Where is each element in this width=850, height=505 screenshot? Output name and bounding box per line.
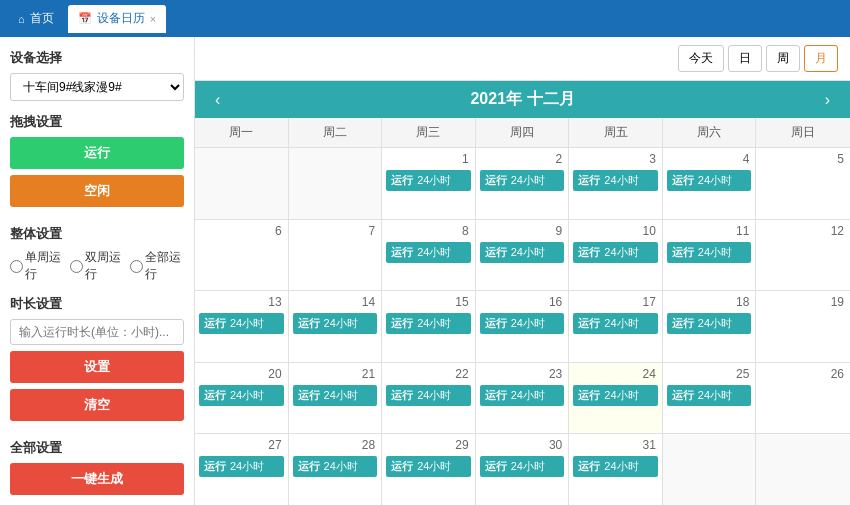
cal-event[interactable]: 运行24小时 <box>386 170 471 191</box>
cal-event[interactable]: 运行24小时 <box>573 313 658 334</box>
cal-event[interactable]: 运行24小时 <box>573 242 658 263</box>
radio-all-week[interactable]: 全部运行 <box>130 249 184 283</box>
cal-cell-0-4[interactable]: 3运行24小时 <box>569 148 663 219</box>
device-section-title: 设备选择 <box>10 49 184 67</box>
cal-day-number: 15 <box>386 293 471 311</box>
cal-day-number: 14 <box>293 293 378 311</box>
cal-event[interactable]: 运行24小时 <box>667 242 752 263</box>
cal-cell-2-0[interactable]: 13运行24小时 <box>195 291 289 362</box>
cal-cell-3-6[interactable]: 26 <box>756 363 850 434</box>
run-button[interactable]: 运行 <box>10 137 184 169</box>
event-duration: 24小时 <box>511 459 545 474</box>
cal-event[interactable]: 运行24小时 <box>386 385 471 406</box>
event-duration: 24小时 <box>511 388 545 403</box>
prev-month-button[interactable]: ‹ <box>207 91 228 109</box>
cal-event[interactable]: 运行24小时 <box>667 170 752 191</box>
cal-cell-1-2[interactable]: 8运行24小时 <box>382 220 476 291</box>
clear-button[interactable]: 清空 <box>10 389 184 421</box>
cal-cell-3-0[interactable]: 20运行24小时 <box>195 363 289 434</box>
radio-double-week[interactable]: 双周运行 <box>70 249 124 283</box>
cal-cell-3-3[interactable]: 23运行24小时 <box>476 363 570 434</box>
cal-event[interactable]: 运行24小时 <box>480 242 565 263</box>
radio-single-week[interactable]: 单周运行 <box>10 249 64 283</box>
tab-home-label: 首页 <box>30 10 54 27</box>
cal-event[interactable]: 运行24小时 <box>480 456 565 477</box>
idle-button[interactable]: 空闲 <box>10 175 184 207</box>
generate-button[interactable]: 一键生成 <box>10 463 184 495</box>
cal-cell-3-2[interactable]: 22运行24小时 <box>382 363 476 434</box>
cal-cell-4-6[interactable] <box>756 434 850 505</box>
left-panel: 设备选择 十车间9#线家漫9# 拖拽设置 运行 空闲 整体设置 单周运行 双周运… <box>0 37 195 505</box>
cal-week-row-2: 13运行24小时14运行24小时15运行24小时16运行24小时17运行24小时… <box>195 291 850 363</box>
cal-cell-2-2[interactable]: 15运行24小时 <box>382 291 476 362</box>
week-button[interactable]: 周 <box>766 45 800 72</box>
cal-cell-2-5[interactable]: 18运行24小时 <box>663 291 757 362</box>
cal-event[interactable]: 运行24小时 <box>480 385 565 406</box>
cal-cell-1-0[interactable]: 6 <box>195 220 289 291</box>
month-button[interactable]: 月 <box>804 45 838 72</box>
event-duration: 24小时 <box>511 173 545 188</box>
duration-input[interactable] <box>10 319 184 345</box>
cal-cell-0-5[interactable]: 4运行24小时 <box>663 148 757 219</box>
cal-day-number: 17 <box>573 293 658 311</box>
cal-event[interactable]: 运行24小时 <box>386 456 471 477</box>
event-duration: 24小时 <box>511 316 545 331</box>
device-section: 设备选择 十车间9#线家漫9# <box>10 49 184 101</box>
cal-day-number: 26 <box>760 365 846 383</box>
overall-section-title: 整体设置 <box>10 225 184 243</box>
cal-cell-0-2[interactable]: 1运行24小时 <box>382 148 476 219</box>
cal-event[interactable]: 运行24小时 <box>667 385 752 406</box>
cal-event[interactable]: 运行24小时 <box>293 313 378 334</box>
cal-event[interactable]: 运行24小时 <box>480 313 565 334</box>
cal-event[interactable]: 运行24小时 <box>667 313 752 334</box>
drag-section: 拖拽设置 运行 空闲 <box>10 113 184 213</box>
event-label: 运行 <box>485 245 507 260</box>
cal-cell-1-6[interactable]: 12 <box>756 220 850 291</box>
cal-cell-4-4[interactable]: 31运行24小时 <box>569 434 663 505</box>
cal-cell-0-3[interactable]: 2运行24小时 <box>476 148 570 219</box>
cal-cell-4-2[interactable]: 29运行24小时 <box>382 434 476 505</box>
tab-home[interactable]: ⌂ 首页 <box>8 5 64 33</box>
cal-cell-4-0[interactable]: 27运行24小时 <box>195 434 289 505</box>
cal-cell-4-5[interactable] <box>663 434 757 505</box>
set-button[interactable]: 设置 <box>10 351 184 383</box>
cal-cell-4-1[interactable]: 28运行24小时 <box>289 434 383 505</box>
next-month-button[interactable]: › <box>817 91 838 109</box>
cal-day-number: 4 <box>667 150 752 168</box>
tab-equipment-calendar[interactable]: 📅 设备日历 × <box>68 5 166 33</box>
tab-close-icon[interactable]: × <box>150 13 156 25</box>
cal-cell-2-4[interactable]: 17运行24小时 <box>569 291 663 362</box>
cal-cell-0-6[interactable]: 5 <box>756 148 850 219</box>
cal-cell-1-4[interactable]: 10运行24小时 <box>569 220 663 291</box>
cal-cell-4-3[interactable]: 30运行24小时 <box>476 434 570 505</box>
cal-cell-1-5[interactable]: 11运行24小时 <box>663 220 757 291</box>
cal-cell-2-1[interactable]: 14运行24小时 <box>289 291 383 362</box>
cal-event[interactable]: 运行24小时 <box>573 170 658 191</box>
cal-event[interactable]: 运行24小时 <box>199 385 284 406</box>
cal-cell-1-1[interactable]: 7 <box>289 220 383 291</box>
cal-cell-3-4[interactable]: 24运行24小时 <box>569 363 663 434</box>
cal-cell-3-5[interactable]: 25运行24小时 <box>663 363 757 434</box>
cal-week-row-0: 1运行24小时2运行24小时3运行24小时4运行24小时5 <box>195 148 850 220</box>
cal-cell-3-1[interactable]: 21运行24小时 <box>289 363 383 434</box>
cal-event[interactable]: 运行24小时 <box>293 385 378 406</box>
event-duration: 24小时 <box>604 245 638 260</box>
home-icon: ⌂ <box>18 13 25 25</box>
today-button[interactable]: 今天 <box>678 45 724 72</box>
cal-event[interactable]: 运行24小时 <box>386 242 471 263</box>
cal-event[interactable]: 运行24小时 <box>199 456 284 477</box>
cal-cell-2-6[interactable]: 19 <box>756 291 850 362</box>
cal-event[interactable]: 运行24小时 <box>199 313 284 334</box>
cal-event[interactable]: 运行24小时 <box>293 456 378 477</box>
cal-cell-1-3[interactable]: 9运行24小时 <box>476 220 570 291</box>
day-button[interactable]: 日 <box>728 45 762 72</box>
event-duration: 24小时 <box>417 459 451 474</box>
cal-event[interactable]: 运行24小时 <box>386 313 471 334</box>
cal-cell-0-1[interactable] <box>289 148 383 219</box>
cal-event[interactable]: 运行24小时 <box>573 456 658 477</box>
cal-cell-2-3[interactable]: 16运行24小时 <box>476 291 570 362</box>
cal-event[interactable]: 运行24小时 <box>480 170 565 191</box>
cal-event[interactable]: 运行24小时 <box>573 385 658 406</box>
device-select-input[interactable]: 十车间9#线家漫9# <box>10 73 184 101</box>
cal-cell-0-0[interactable] <box>195 148 289 219</box>
